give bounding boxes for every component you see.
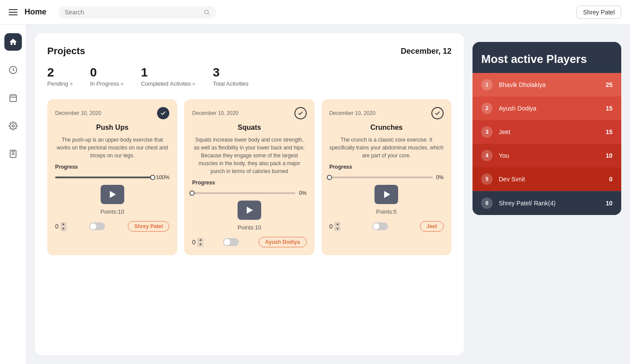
assignee-button-pushups[interactable]: Shrey Patel (128, 221, 169, 232)
card-desc-squats: Squats increase lower body and core stre… (192, 136, 306, 175)
search-input[interactable] (65, 9, 200, 16)
lb-name-5: Dev Svnit (499, 176, 603, 183)
lb-name-4: You (499, 152, 599, 159)
progress-pct-pushups: 100% (156, 174, 170, 180)
sidebar-item-settings[interactable] (4, 117, 22, 135)
lb-score-3: 15 (606, 128, 612, 135)
sidebar (0, 24, 26, 364)
progress-label-crunches: Progress (329, 164, 444, 170)
card-header-crunches: December 10, 2020 (329, 107, 444, 119)
toggle-pushups[interactable] (89, 222, 105, 230)
lb-row-6: 6 Shrey Patel/ Rank(4) 10 (472, 191, 621, 215)
lb-row-1: 1 Bhavik Dholakiya 25 (472, 73, 621, 97)
stepper-down-pushups[interactable]: ▼ (60, 227, 66, 231)
stat-total: 3 Total Activities (213, 66, 248, 87)
play-button-pushups[interactable] (101, 185, 124, 204)
card-title-pushups: Push Ups (55, 124, 169, 132)
points-pushups: Points:10 (55, 208, 169, 215)
progress-pct-squats: 0% (299, 190, 306, 196)
leaderboard: Most active Players 1 Bhavik Dholakiya 2… (472, 42, 621, 215)
lb-row-4: 4 You 10 (472, 144, 621, 167)
nav-title: Home (24, 7, 46, 17)
leaderboard-header: Most active Players (472, 42, 621, 73)
card-date-crunches: December 10, 2020 (329, 110, 375, 116)
svg-rect-3 (10, 95, 16, 101)
toggle-crunches[interactable] (372, 222, 388, 230)
stat-pending-number: 2 (47, 66, 73, 80)
sidebar-item-activity[interactable] (4, 61, 22, 79)
stat-inprogress-label: In Progress (90, 80, 123, 87)
stat-pending: 2 Pending (47, 66, 73, 87)
sidebar-item-clipboard[interactable] (4, 145, 22, 163)
stepper-up-squats[interactable]: ▲ (197, 238, 203, 242)
progress-track-squats[interactable] (192, 192, 295, 194)
counter-crunches: 0 ▲ ▼ (329, 222, 341, 231)
stat-completed-label: Completed Activites (141, 80, 195, 87)
svg-point-7 (12, 125, 14, 127)
stepper-up-crunches[interactable]: ▲ (334, 222, 340, 226)
card-date-pushups: December 10, 2020 (55, 110, 101, 116)
activity-cards-row: December 10, 2020 Push Ups The push-up i… (47, 99, 452, 255)
progress-label-pushups: Progress (55, 164, 169, 170)
stepper-down-squats[interactable]: ▼ (197, 243, 203, 247)
menu-icon[interactable] (9, 9, 18, 15)
points-crunches: Points:5 (329, 208, 444, 215)
stat-completed-number: 1 (141, 66, 195, 80)
toggle-squats[interactable] (223, 238, 239, 246)
stat-completed: 1 Completed Activites (141, 66, 195, 87)
lb-name-6: Shrey Patel/ Rank(4) (499, 200, 599, 207)
progress-track-pushups[interactable] (55, 177, 153, 178)
check-icon-pushups[interactable] (157, 107, 169, 119)
progress-track-crunches[interactable] (329, 177, 433, 178)
counter-val-pushups: 0 (55, 223, 59, 230)
svg-point-0 (205, 10, 209, 14)
lb-rank-1: 1 (481, 79, 493, 90)
sidebar-item-calendar[interactable] (4, 89, 22, 107)
lb-row-3: 3 Jeet 15 (472, 120, 621, 144)
top-nav: Home Shrey Patel (0, 0, 630, 24)
stepper-down-crunches[interactable]: ▼ (334, 227, 340, 231)
content-area: Projects December, 12 2 Pending 0 In Pro… (26, 24, 630, 364)
main-layout: Projects December, 12 2 Pending 0 In Pro… (0, 24, 630, 364)
progress-bar-pushups: 100% (55, 174, 169, 180)
counter-squats: 0 ▲ ▼ (192, 238, 203, 247)
assignee-button-crunches[interactable]: Jeet (420, 221, 444, 232)
sidebar-item-home[interactable] (4, 33, 22, 51)
card-header-squats: December 10, 2020 (192, 107, 306, 119)
play-button-crunches[interactable] (374, 185, 398, 204)
stepper-pushups[interactable]: ▲ ▼ (60, 222, 66, 231)
user-name-badge: Shrey Patel (577, 6, 621, 19)
card-title-squats: Squats (192, 124, 306, 132)
lb-rank-5: 5 (481, 173, 493, 185)
check-icon-squats[interactable] (294, 107, 307, 119)
play-button-squats[interactable] (238, 201, 261, 220)
stepper-up-pushups[interactable]: ▲ (60, 222, 66, 226)
lb-name-3: Jeet (499, 128, 599, 135)
lb-name-1: Bhavik Dholakiya (499, 81, 599, 88)
search-bar (59, 6, 216, 18)
assignee-button-squats[interactable]: Ayush Dodiya (259, 237, 307, 247)
stepper-squats[interactable]: ▲ ▼ (197, 238, 203, 247)
lb-score-4: 10 (606, 152, 612, 159)
card-desc-pushups: The push-up is an upper-body exercise th… (55, 136, 169, 159)
stepper-crunches[interactable]: ▲ ▼ (334, 222, 340, 231)
card-date-squats: December 10, 2020 (192, 110, 238, 116)
lb-rank-4: 4 (481, 150, 493, 161)
counter-val-squats: 0 (192, 239, 196, 246)
card-footer-pushups: 0 ▲ ▼ Shrey Patel (55, 221, 169, 232)
stat-pending-label: Pending (47, 80, 73, 87)
lb-name-2: Ayush Dodiya (499, 105, 599, 112)
leaderboard-rows: 1 Bhavik Dholakiya 25 2 Ayush Dodiya 15 … (472, 73, 621, 215)
card-desc-crunches: The crunch is a classic core exercise. I… (329, 136, 444, 159)
card-header-pushups: December 10, 2020 (55, 107, 169, 119)
card-footer-squats: 0 ▲ ▼ Ayush Dodiya (192, 237, 306, 247)
progress-bar-squats: 0% (192, 190, 306, 196)
svg-line-1 (208, 13, 209, 14)
check-icon-crunches[interactable] (431, 107, 444, 119)
activity-card-crunches: December 10, 2020 Crunches The crunch is… (322, 99, 452, 255)
progress-pct-crunches: 0% (436, 174, 444, 180)
stat-inprogress-number: 0 (90, 66, 123, 80)
stats-row: 2 Pending 0 In Progress 1 C (47, 66, 452, 87)
projects-date: December, 12 (401, 47, 452, 56)
leaderboard-title: Most active Players (481, 52, 612, 66)
